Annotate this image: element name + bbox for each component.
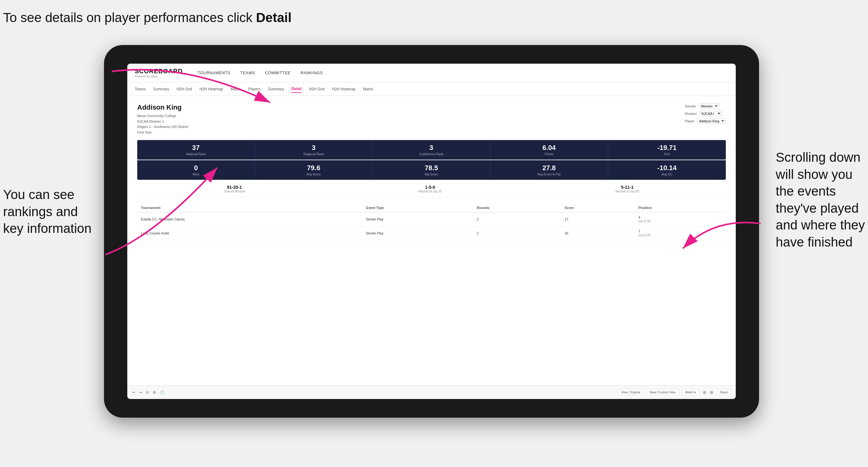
- stat-value-regional: 3: [260, 144, 367, 152]
- stat-value-conference: 3: [377, 144, 485, 152]
- subnav-detail[interactable]: Detail: [291, 85, 302, 93]
- stat-label-avgsg: Avg SG: [613, 173, 721, 176]
- settings-icon[interactable]: ⚙: [153, 390, 156, 395]
- redo-icon[interactable]: ↪: [139, 390, 142, 395]
- bottom-toolbar: ↩ ↪ ⟳ ⚙ 🕐 View: Original Save Custom Vie…: [127, 385, 736, 399]
- nav-rankings[interactable]: RANKINGS: [301, 69, 323, 76]
- division-select[interactable]: NJCAA I NJCAA II: [699, 111, 722, 117]
- tablet-frame: SCOREBOARD Powered by clippd TOURNAMENTS…: [104, 45, 759, 417]
- position-2: 7out of 20: [634, 226, 726, 240]
- stat-label-adjscore: Adj Score: [377, 173, 485, 176]
- record-value-overall: 91-20-1: [224, 185, 245, 190]
- watch-btn[interactable]: Watch ▾: [682, 389, 699, 396]
- subnav-h2hgrid[interactable]: H2H Grid: [177, 86, 192, 93]
- nav-teams[interactable]: TEAMS: [240, 69, 255, 76]
- event-type-1: Stroke Play: [362, 212, 473, 226]
- content-area: Addison King Mesa Community College NJCA…: [127, 96, 736, 385]
- stat-label-national: National Rank: [142, 152, 250, 156]
- division-label: Division: [685, 112, 697, 116]
- scoreboard-logo: SCOREBOARD Powered by clippd: [135, 68, 183, 78]
- detail-bold: Detail: [256, 10, 291, 25]
- player-info-right: Gender Women Men Division NJCAA I NJCAA …: [685, 103, 726, 135]
- stat-value-points: 6.04: [495, 144, 603, 152]
- record-label-overall: Overall Record: [224, 190, 245, 193]
- record-top50: 5-11-1 Record vs top 50: [616, 185, 639, 193]
- refresh-icon[interactable]: ⟳: [146, 390, 149, 395]
- gender-select[interactable]: Women Men: [699, 103, 719, 109]
- score-2: 16: [561, 226, 635, 240]
- logo-sub: Powered by clippd: [135, 75, 183, 78]
- nav-committee[interactable]: COMMITTEE: [265, 69, 290, 76]
- stat-points: 6.04 Points: [491, 140, 608, 160]
- logo-main: SCOREBOARD: [135, 68, 183, 75]
- tablet-screen: SCOREBOARD Powered by clippd TOURNAMENTS…: [127, 64, 736, 399]
- stat-avgsg: -10.14 Avg SG: [608, 160, 726, 180]
- subnav-summary2[interactable]: Summary: [268, 86, 284, 93]
- col-rounds: Rounds: [473, 204, 561, 212]
- player-filter-row: Player Addison King: [685, 118, 726, 124]
- stat-label-conference: Conference Rank: [377, 152, 485, 156]
- stat-label-regional: Regional Rank: [260, 152, 367, 156]
- stat-national-rank: 37 National Rank: [137, 140, 255, 160]
- stat-label-wins: Wins: [142, 173, 250, 176]
- subnav-players[interactable]: Players: [248, 86, 260, 93]
- stat-label-avgscore: Avg Score: [260, 173, 367, 176]
- gender-label: Gender: [685, 104, 696, 108]
- record-overall: 91-20-1 Overall Record: [224, 185, 245, 193]
- stat-avgscore-par: 27.8 Avg Score to Par: [491, 160, 608, 180]
- record-value-top25: 1-5-0: [418, 185, 442, 190]
- player-label: Player: [685, 119, 694, 123]
- position-1: 4out of 20: [634, 212, 726, 226]
- col-event-type: Event Type: [362, 204, 473, 212]
- col-position: Position: [634, 204, 726, 212]
- tournament-name-1: Estella CC- Mountain Classic: [137, 212, 362, 226]
- tournament-table: Tournament Event Type Rounds Score Posit…: [137, 204, 726, 240]
- subnav-h2hheatmap[interactable]: H2H Heatmap: [199, 86, 223, 93]
- stat-wins: 0 Wins: [137, 160, 255, 180]
- subnav-matrix2[interactable]: Matrix: [363, 86, 373, 93]
- player-school: Mesa Community College NJCAA Division 1 …: [137, 113, 188, 135]
- subnav-h2hgrid2[interactable]: H2H Grid: [309, 86, 324, 93]
- score-1: 17: [561, 212, 635, 226]
- stat-value-national: 37: [142, 144, 250, 152]
- sub-nav: Teams Summary H2H Grid H2H Heatmap Matri…: [127, 82, 736, 96]
- stat-value-avgscore: 79.6: [260, 164, 367, 172]
- annotation-right: Scrolling down will show you the events …: [776, 149, 865, 251]
- record-top25: 1-5-0 Record vs top 25: [418, 185, 442, 193]
- stat-conference-rank: 3 Conference Rank: [373, 140, 490, 160]
- screen-icon[interactable]: 🖥: [703, 390, 706, 395]
- gender-filter-row: Gender Women Men: [685, 103, 726, 109]
- player-header: Addison King Mesa Community College NJCA…: [137, 103, 726, 135]
- stat-value-adjscore: 78.5: [377, 164, 485, 172]
- record-label-top25: Record vs top 25: [418, 190, 442, 193]
- undo-icon[interactable]: ↩: [132, 390, 135, 395]
- stats-row1: 37 National Rank 3 Regional Rank 3 Confe…: [137, 140, 726, 160]
- stat-value-wins: 0: [142, 164, 250, 172]
- col-score: Score: [561, 204, 635, 212]
- share-btn[interactable]: Share: [717, 389, 731, 396]
- subnav-summary[interactable]: Summary: [153, 86, 169, 93]
- division-filter-row: Division NJCAA I NJCAA II: [685, 111, 726, 117]
- save-custom-view-btn[interactable]: Save Custom View: [647, 389, 678, 396]
- expand-icon[interactable]: ⊞: [710, 390, 713, 395]
- player-select[interactable]: Addison King: [697, 118, 726, 124]
- table-row: Estella CC- Mountain Classic Stroke Play…: [137, 212, 726, 226]
- annotation-bottom-left: You can see rankings and key information: [3, 186, 92, 237]
- stat-value-sos: -19.71: [613, 144, 721, 152]
- record-value-top50: 5-11-1: [616, 185, 639, 190]
- player-name: Addison King: [137, 103, 188, 112]
- stat-adjscore: 78.5 Adj Score: [373, 160, 490, 180]
- stat-avgscore: 79.6 Avg Score: [255, 160, 373, 180]
- nav-tournaments[interactable]: TOURNAMENTS: [197, 69, 230, 76]
- clock-icon[interactable]: 🕐: [160, 390, 164, 395]
- subnav-teams[interactable]: Teams: [135, 86, 146, 93]
- stat-regional-rank: 3 Regional Rank: [255, 140, 373, 160]
- subnav-h2hheatmap2[interactable]: H2H Heatmap: [332, 86, 355, 93]
- stat-sos: -19.71 SoS: [608, 140, 726, 160]
- view-original-btn[interactable]: View: Original: [618, 389, 643, 396]
- player-info-left: Addison King Mesa Community College NJCA…: [137, 103, 188, 135]
- stat-value-avgsg: -10.14: [613, 164, 721, 172]
- col-tournament: Tournament: [137, 204, 362, 212]
- subnav-matrix[interactable]: Matrix: [231, 86, 241, 93]
- annotation-top-left: To see details on player performances cl…: [3, 9, 291, 26]
